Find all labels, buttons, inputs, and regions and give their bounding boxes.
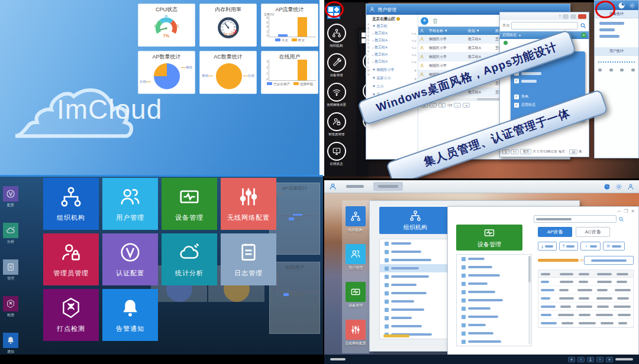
- mini-tile-log[interactable]: 管理: [2, 259, 19, 281]
- index-letter[interactable]: F: [367, 43, 370, 46]
- search-icon[interactable]: [580, 22, 586, 29]
- close-button[interactable]: ✕: [631, 209, 635, 214]
- per-page-input[interactable]: 10: [569, 150, 577, 154]
- card-ap-count[interactable]: AP数量统计 在线 离线: [138, 51, 195, 94]
- index-letter[interactable]: D: [367, 35, 370, 38]
- index-letter[interactable]: J: [367, 58, 370, 61]
- tree-row[interactable]: [457, 321, 531, 329]
- query-search-input[interactable]: [511, 22, 578, 30]
- tile-log[interactable]: 日志管理: [221, 233, 276, 285]
- tree-member[interactable]: •教工组A✎⊘: [372, 31, 417, 36]
- tile-org[interactable]: 组织机构: [43, 178, 99, 230]
- expand-icon[interactable]: ⊕: [414, 77, 417, 80]
- index-letters[interactable]: ABCDEFGHIJKLMN: [367, 23, 370, 76]
- tree-row[interactable]: [457, 255, 531, 263]
- refresh-button[interactable]: ⟳: [603, 242, 625, 251]
- maximize-button[interactable]: [570, 14, 576, 19]
- checkbox-column-header[interactable]: [418, 28, 428, 33]
- next-page-button[interactable]: ›: [454, 103, 461, 108]
- import-button[interactable]: ⤓: [538, 242, 557, 251]
- close-button[interactable]: [578, 14, 586, 19]
- card-ac-count[interactable]: AC数量统计 离线 在线: [199, 51, 257, 94]
- edit-delete-icons[interactable]: ✎⊘: [412, 46, 417, 50]
- refresh-link-icon[interactable]: ⟳: [580, 258, 584, 263]
- sidebar-item-users[interactable]: 用户管理: [346, 244, 366, 271]
- index-letter[interactable]: A: [367, 23, 370, 26]
- next-page-button[interactable]: ›: [596, 357, 604, 362]
- expand-icon[interactable]: ⊕: [414, 69, 417, 72]
- edit-delete-icons[interactable]: ✎⊘: [412, 53, 417, 57]
- mini-tile-authv[interactable]: 配置: [2, 186, 19, 208]
- tile-device[interactable]: 设备管理: [162, 178, 217, 230]
- scrollbar[interactable]: [528, 256, 531, 344]
- index-letter[interactable]: N: [367, 73, 370, 76]
- tile-admin[interactable]: 管理员管理: [43, 233, 99, 285]
- add-column-icon[interactable]: +: [581, 32, 586, 38]
- page-input[interactable]: 1: [502, 150, 509, 154]
- tree-member[interactable]: •教工组A✎⊘: [372, 52, 417, 57]
- ap-device-button[interactable]: AP设备: [538, 227, 572, 237]
- card-ap-traffic[interactable]: AP流量统计 流量(G)86420今天昨天: [261, 4, 318, 47]
- add-button[interactable]: ＋: [580, 242, 601, 251]
- trash-icon[interactable]: [432, 18, 438, 24]
- tile-dna[interactable]: 打点检测: [43, 289, 99, 341]
- tab-1[interactable]: [341, 182, 369, 191]
- device-header-tile[interactable]: 设备管理: [456, 225, 522, 251]
- launcher-item-org[interactable]: 组织机构: [327, 24, 346, 48]
- user-stats-label[interactable]: 用户统计: [595, 47, 638, 56]
- minimize-button[interactable]: [563, 14, 569, 19]
- index-letter[interactable]: K: [367, 61, 370, 64]
- add-button[interactable]: +: [421, 17, 428, 25]
- help-icon[interactable]: ?: [559, 14, 561, 18]
- last-page-button[interactable]: 尾页: [520, 149, 531, 154]
- mini-tile-dna[interactable]: 检测: [2, 296, 19, 318]
- card-online-users[interactable]: 在线用户 3210已认证用户连接终端: [261, 51, 318, 94]
- mini-tile-bell[interactable]: 通知: [2, 333, 19, 355]
- tile-sliders[interactable]: 无线网络配置: [221, 178, 276, 230]
- tile-bell[interactable]: 告警通知: [102, 289, 158, 341]
- export-button[interactable]: ⤒: [559, 242, 578, 251]
- pie-chart-icon[interactable]: [618, 2, 625, 9]
- ac-device-button[interactable]: AC设备: [576, 227, 610, 237]
- index-letter[interactable]: I: [367, 54, 370, 57]
- index-letter[interactable]: C: [367, 31, 370, 34]
- index-letter[interactable]: E: [367, 38, 370, 41]
- user-icon[interactable]: [627, 183, 634, 190]
- index-letter[interactable]: B: [367, 27, 370, 30]
- mini-tile-statcloud[interactable]: 分析: [2, 223, 19, 245]
- tree-row[interactable]: [457, 337, 531, 346]
- chart-icon[interactable]: [604, 183, 611, 190]
- tile-statcloud[interactable]: 统计分析: [162, 233, 217, 285]
- launcher-item-monitor[interactable]: 在线状态: [327, 142, 346, 166]
- minimize-button[interactable]: ─: [617, 209, 621, 214]
- tile-users[interactable]: 用户管理: [102, 178, 158, 230]
- page-input[interactable]: 1: [587, 357, 594, 362]
- index-letter[interactable]: L: [367, 66, 370, 69]
- launcher-item-wifi[interactable]: 无线网络设置: [327, 83, 346, 107]
- sidebar-item-device[interactable]: 设备管理: [346, 282, 366, 308]
- prev-page-button[interactable]: ‹: [577, 357, 585, 362]
- tile-authv[interactable]: 认证配置: [102, 233, 158, 285]
- device-tree[interactable]: [456, 254, 532, 346]
- launcher-item-admin[interactable]: 管理员管理: [327, 112, 346, 136]
- tree-member[interactable]: •教工组A✎⊘: [372, 38, 417, 43]
- edit-delete-icons[interactable]: ✎⊘: [412, 32, 417, 35]
- index-letter[interactable]: G: [367, 46, 370, 49]
- last-page-button[interactable]: »: [606, 357, 613, 362]
- last-page-button[interactable]: »: [463, 103, 470, 108]
- next-page-button[interactable]: >>: [511, 150, 519, 154]
- org-header-tile[interactable]: 组织机构: [379, 207, 451, 234]
- top10-button[interactable]: [584, 256, 634, 265]
- table-row[interactable]: [538, 319, 633, 327]
- sidebar-item-sliders[interactable]: 无线网络配置: [346, 320, 366, 346]
- edit-delete-icons[interactable]: ✎⊘: [412, 39, 417, 43]
- page-input[interactable]: 1: [438, 103, 446, 108]
- card-cpu-status[interactable]: CPU状态 中 低 高 7%: [138, 4, 195, 47]
- scrollbar-thumb[interactable]: [383, 334, 409, 337]
- maximize-button[interactable]: ❐: [624, 209, 628, 214]
- tree-group[interactable]: ▼ 花家二小⊕: [372, 76, 417, 81]
- tree-group[interactable]: ▼ 柳园区小学⊕: [372, 67, 417, 73]
- search-icon[interactable]: [618, 216, 624, 222]
- tree-row[interactable]: [457, 271, 531, 280]
- card-memory-usage[interactable]: 内存利用率 0102030405060708090100 35.74%: [199, 4, 257, 47]
